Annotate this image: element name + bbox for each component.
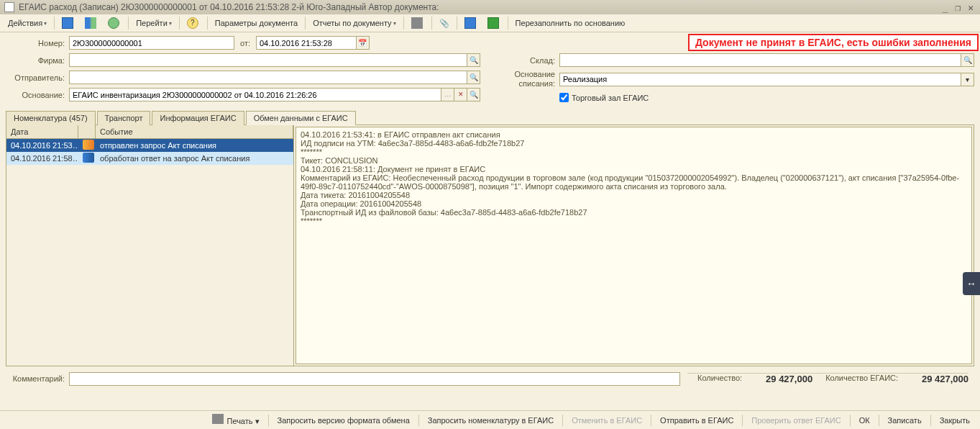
main-toolbar: Действия Перейти ? Параметры документа О… bbox=[0, 14, 980, 32]
date-label: от: bbox=[234, 39, 256, 48]
number-input[interactable] bbox=[69, 36, 234, 50]
bottom-toolbar: Печать ▾ Запросить версию формата обмена… bbox=[0, 410, 980, 429]
refresh-icon-button[interactable] bbox=[103, 15, 126, 31]
firm-lookup-button[interactable] bbox=[467, 53, 480, 67]
attach-button[interactable]: 📎 bbox=[434, 17, 454, 30]
sender-input[interactable] bbox=[69, 71, 467, 84]
event-list: Дата Событие 04.10.2016 21:53… отправлен… bbox=[6, 125, 294, 366]
actions-menu[interactable]: Действия bbox=[3, 17, 52, 30]
col-header-icon[interactable] bbox=[78, 125, 96, 138]
qty-label: Количество: bbox=[695, 374, 745, 384]
tab-transport[interactable]: Транспорт bbox=[97, 111, 151, 125]
firm-label: Фирма: bbox=[6, 56, 69, 65]
cancel-egais-button: Отменить в ЕГАИС bbox=[566, 415, 648, 426]
request-nomenclature-button[interactable]: Запросить номенклатуру в ЕГАИС bbox=[422, 415, 559, 426]
grid-button[interactable] bbox=[459, 15, 482, 31]
basis-input[interactable] bbox=[69, 88, 441, 101]
tab-egais-info[interactable]: Информация ЕГАИС bbox=[152, 111, 244, 125]
qty-egais-value: 29 427,000 bbox=[911, 374, 968, 384]
close-button[interactable]: ✕ bbox=[966, 2, 976, 13]
printer-icon bbox=[212, 414, 224, 424]
col-header-event[interactable]: Событие bbox=[96, 125, 293, 138]
qty-egais-label: Количество ЕГАИС: bbox=[823, 374, 901, 384]
writeoff-dropdown-button[interactable]: ▾ bbox=[961, 73, 974, 86]
event-row[interactable]: 04.10.2016 21:58… обработан ответ на зап… bbox=[6, 152, 293, 165]
comment-input[interactable] bbox=[69, 372, 680, 386]
trade-hall-checkbox[interactable] bbox=[559, 93, 569, 102]
window-title: ЕГАИС расход (Записан) 2Ю3000000000001 о… bbox=[19, 2, 940, 12]
qty-value: 29 427,000 bbox=[755, 374, 812, 384]
titlebar: ЕГАИС расход (Записан) 2Ю3000000000001 о… bbox=[0, 0, 980, 14]
tab-strip: Номенклатура (457) Транспорт Информация … bbox=[6, 110, 974, 125]
warehouse-lookup-button[interactable] bbox=[961, 53, 974, 67]
anchor-button[interactable] bbox=[406, 15, 429, 31]
writeoff-input[interactable] bbox=[559, 73, 961, 86]
number-label: Номер: bbox=[6, 39, 69, 48]
warehouse-input[interactable] bbox=[559, 53, 961, 67]
grid-icon bbox=[464, 17, 476, 29]
arrows-icon bbox=[85, 17, 96, 29]
basis-more-button[interactable]: … bbox=[441, 88, 454, 101]
excel-icon bbox=[487, 17, 499, 29]
save-icon bbox=[62, 17, 73, 29]
basis-clear-button[interactable] bbox=[454, 88, 467, 101]
minimize-button[interactable]: _ bbox=[940, 2, 951, 13]
date-input[interactable] bbox=[256, 36, 357, 50]
print-button[interactable]: Печать ▾ bbox=[206, 412, 265, 428]
goto-menu[interactable]: Перейти bbox=[131, 17, 177, 30]
save-icon-button[interactable] bbox=[57, 15, 80, 31]
document-icon bbox=[4, 2, 14, 12]
request-format-button[interactable]: Запросить версию формата обмена bbox=[272, 415, 416, 426]
col-header-date[interactable]: Дата bbox=[6, 125, 78, 138]
send-egais-button[interactable]: Отправить в ЕГАИС bbox=[654, 415, 739, 426]
reports-menu[interactable]: Отчеты по документу bbox=[308, 17, 400, 30]
sender-label: Отправитель: bbox=[6, 73, 69, 82]
excel-button[interactable] bbox=[482, 15, 505, 31]
paperclip-icon: 📎 bbox=[439, 19, 449, 28]
calendar-button[interactable]: 📅 bbox=[357, 36, 370, 50]
basis-lookup-button[interactable] bbox=[467, 88, 480, 101]
arrow-in-icon bbox=[83, 153, 94, 163]
teamviewer-tab[interactable]: ↔ bbox=[963, 272, 980, 295]
nav-icon-button[interactable] bbox=[80, 15, 103, 31]
firm-input[interactable] bbox=[69, 53, 467, 67]
ok-button[interactable]: ОК bbox=[853, 415, 876, 426]
save-button[interactable]: Записать bbox=[882, 415, 928, 426]
doc-params-button[interactable]: Параметры документа bbox=[210, 17, 303, 30]
event-row[interactable]: 04.10.2016 21:53… отправлен запрос Акт с… bbox=[6, 139, 293, 152]
close-footer-button[interactable]: Закрыть bbox=[934, 415, 976, 426]
writeoff-label: Основание списания: bbox=[495, 70, 559, 89]
tab-nomenclature[interactable]: Номенклатура (457) bbox=[6, 111, 96, 125]
error-banner: Документ не принят в ЕГАИС, есть ошибки … bbox=[688, 34, 979, 51]
sender-lookup-button[interactable] bbox=[467, 71, 480, 84]
tab-egais-exchange[interactable]: Обмен данными с ЕГАИС bbox=[246, 111, 356, 125]
detail-text-pane[interactable]: 04.10.2016 21:53:41: в ЕГАИС отправлен а… bbox=[296, 127, 972, 364]
warehouse-label: Склад: bbox=[495, 56, 559, 65]
anchor-icon bbox=[411, 17, 423, 29]
help-button[interactable]: ? bbox=[182, 15, 205, 31]
trade-hall-label: Торговый зал ЕГАИС bbox=[572, 94, 649, 102]
maximize-button[interactable]: ❐ bbox=[953, 2, 963, 13]
refill-button[interactable]: Перезаполнить по основанию bbox=[510, 17, 631, 30]
arrow-out-icon bbox=[83, 140, 94, 150]
tab-content: Дата Событие 04.10.2016 21:53… отправлен… bbox=[6, 125, 974, 366]
refresh-icon bbox=[108, 17, 119, 29]
help-icon: ? bbox=[187, 17, 198, 29]
comment-label: Комментарий: bbox=[6, 374, 69, 383]
basis-label: Основание: bbox=[6, 91, 69, 99]
check-reply-button: Проверить ответ ЕГАИС bbox=[746, 415, 846, 426]
